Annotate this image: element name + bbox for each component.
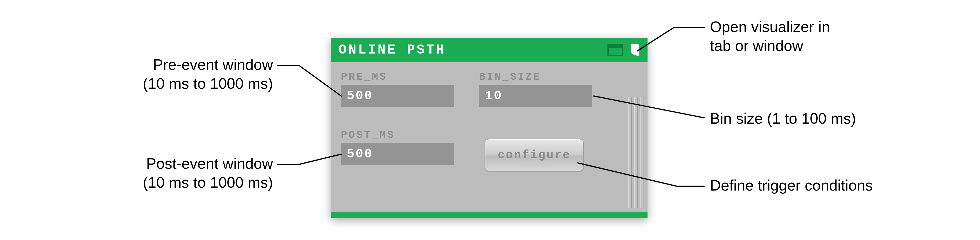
post-ms-input[interactable] xyxy=(341,143,454,165)
pre-ms-label: PRE_MS xyxy=(341,71,454,83)
configure-button[interactable]: configure xyxy=(485,139,584,171)
callout-visualizer: Open visualizer in tab or window xyxy=(710,18,913,55)
header-icons xyxy=(608,44,640,56)
bin-size-input[interactable] xyxy=(479,85,592,107)
panel-body: PRE_MS BIN_SIZE POST_MS configure xyxy=(331,62,648,212)
callout-post-ms: Post-event window (10 ms to 1000 ms) xyxy=(87,154,273,192)
callout-bin-size: Bin size (1 to 100 ms) xyxy=(710,109,913,128)
bin-size-label: BIN_SIZE xyxy=(479,71,592,83)
post-ms-field: POST_MS xyxy=(341,129,454,165)
pre-ms-field: PRE_MS xyxy=(341,71,454,107)
bin-size-field: BIN_SIZE xyxy=(479,71,592,107)
plugin-panel: ONLINE PSTH PRE_MS BIN_SIZE xyxy=(331,38,648,218)
panel-title: ONLINE PSTH xyxy=(339,42,608,58)
svg-rect-1 xyxy=(608,45,622,48)
open-in-window-icon[interactable] xyxy=(630,44,640,56)
open-in-tab-icon[interactable] xyxy=(608,44,623,56)
post-ms-label: POST_MS xyxy=(341,129,454,141)
drawer-handle[interactable] xyxy=(628,97,643,208)
pre-ms-input[interactable] xyxy=(341,85,454,107)
panel-header: ONLINE PSTH xyxy=(331,38,648,62)
callout-pre-ms: Pre-event window (10 ms to 1000 ms) xyxy=(87,55,273,93)
panel-footer-bar xyxy=(331,212,648,218)
callout-configure: Define trigger conditions xyxy=(710,176,942,195)
